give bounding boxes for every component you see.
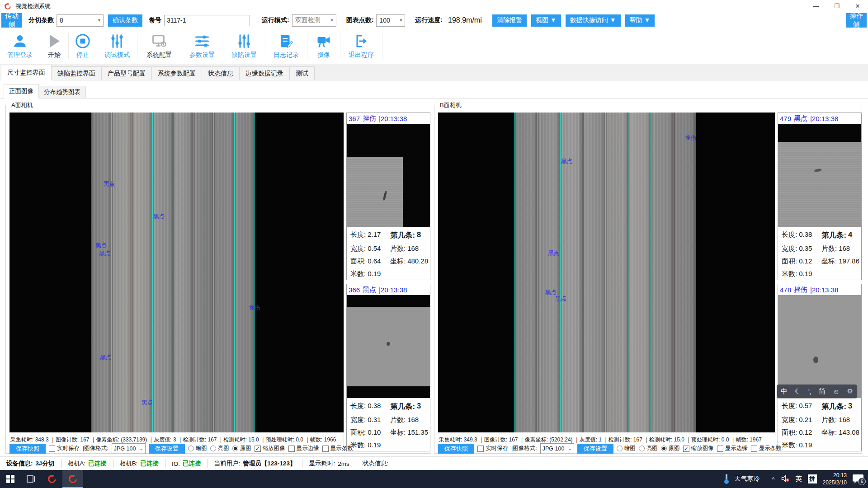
maximize-button[interactable]: ❐: [826, 0, 847, 12]
language-indicator[interactable]: 英: [796, 475, 802, 483]
camera-a-controls: 保存快照 实时保存 |图像格式: JPG 100 ⌄ 保存设置 暗图 亮图 原图: [9, 443, 353, 454]
ime-chinese-mode[interactable]: 中: [781, 387, 788, 396]
subtab-front-image[interactable]: 正面图像: [4, 84, 39, 99]
show-edge-checkbox[interactable]: 显示边缘: [717, 445, 748, 452]
original-image-radio[interactable]: 原图: [661, 445, 680, 452]
thermometer-icon[interactable]: [724, 474, 729, 484]
realtime-save-checkbox[interactable]: 实时保存: [477, 445, 508, 452]
operator-side-button[interactable]: 操作侧: [846, 13, 867, 28]
save-settings-button[interactable]: 保存设置: [577, 444, 613, 454]
dark-image-radio[interactable]: 暗图: [188, 445, 207, 452]
realtime-save-checkbox[interactable]: 实时保存: [49, 445, 80, 452]
bright-image-radio[interactable]: 亮图: [210, 445, 229, 452]
run-mode-select[interactable]: 双面检测 ▼: [292, 14, 336, 27]
data-quick-access-menu-button[interactable]: 数据快捷访问 ▼: [566, 14, 621, 27]
defect-id: 367: [349, 115, 360, 122]
defect-card[interactable]: 366 黑点 |20:13:38 长度:0.38 第几条:3 宽度:0.31 片…: [346, 284, 430, 451]
close-button[interactable]: ✕: [847, 0, 868, 12]
image-format-select[interactable]: JPG 100 ⌄: [540, 443, 574, 454]
window-controls: — ❐ ✕: [806, 0, 868, 12]
ime-punctuation-mode[interactable]: ’,: [808, 388, 812, 395]
parameter-settings-button[interactable]: 参数设置: [181, 28, 223, 64]
view-menu-button[interactable]: 视图 ▼: [531, 14, 561, 27]
help-menu-button[interactable]: 帮助 ▼: [625, 14, 655, 27]
system-config-button[interactable]: 系统配置: [137, 28, 181, 64]
zoom-image-checkbox[interactable]: ✓ 缩放图像: [255, 445, 285, 452]
taskbar: 天气寒冷 ^ 英 拼 20:13 2025/2/10 6: [0, 470, 868, 488]
show-edge-checkbox[interactable]: 显示边缘: [288, 445, 319, 452]
defect-marker: 黑点: [142, 399, 153, 407]
defect-settings-button[interactable]: 缺陷设置: [223, 28, 265, 64]
gear-icon[interactable]: ⚙: [847, 387, 853, 395]
save-snapshot-button[interactable]: 保存快照: [438, 444, 474, 454]
defect-card[interactable]: 478 挫伤 |20:13:38 长度:0.57 第几条:3 宽度:0.21 片…: [778, 284, 862, 451]
tab-test[interactable]: 测试: [289, 66, 315, 80]
main-tab-strip: 尺寸监控界面 缺陷监控界面 产品型号配置 系统参数配置 状态信息 边缘数据记录 …: [0, 64, 868, 80]
notification-count-badge: 6: [858, 478, 866, 485]
tab-defect-monitor[interactable]: 缺陷监控界面: [51, 66, 102, 80]
original-image-radio[interactable]: 原图: [232, 445, 251, 452]
camera-record-button[interactable]: 摄像: [307, 28, 340, 64]
exit-program-button[interactable]: 退出程序: [340, 28, 382, 64]
zoom-image-checkbox[interactable]: ✓ 缩放图像: [683, 445, 714, 452]
tab-size-monitor[interactable]: 尺寸监控界面: [1, 65, 52, 80]
camera-a-title: A面相机: [9, 101, 35, 109]
defect-time: |20:13:38: [379, 286, 407, 294]
show-strip-count-checkbox[interactable]: 显示条数: [322, 445, 353, 452]
tab-system-parameter-config[interactable]: 系统参数配置: [151, 66, 202, 80]
admin-login-button[interactable]: 管理登录: [0, 28, 40, 64]
camera-b-connection: 相机B: 已连接: [113, 459, 165, 468]
minimize-button[interactable]: —: [806, 0, 826, 12]
notification-center-button[interactable]: 6: [853, 474, 863, 483]
tab-product-model-config[interactable]: 产品型号配置: [101, 66, 152, 80]
run-mode-label: 运行模式:: [262, 16, 289, 24]
dark-image-radio[interactable]: 暗图: [617, 445, 636, 452]
bright-image-radio[interactable]: 亮图: [639, 445, 658, 452]
radio-icon: [661, 446, 667, 451]
ime-pinyin-badge[interactable]: 拼: [808, 474, 817, 483]
defect-card[interactable]: 367 挫伤 |20:13:38 长度:2.17 第几条:8 宽度:0.54 片…: [346, 113, 430, 280]
chart-points-select[interactable]: 100 ▼: [376, 14, 405, 27]
ime-simplified-mode[interactable]: 简: [819, 387, 826, 396]
tab-status-info[interactable]: 状态信息: [202, 66, 240, 80]
taskbar-clock[interactable]: 20:13 2025/2/10: [823, 472, 847, 486]
clock-date: 2025/2/10: [823, 479, 847, 486]
task-view-button[interactable]: [21, 470, 42, 488]
pinned-app-button[interactable]: [42, 470, 62, 488]
checkbox-icon: [322, 446, 329, 452]
save-settings-button[interactable]: 保存设置: [149, 444, 185, 454]
stop-button[interactable]: 停止: [69, 28, 97, 64]
defect-time: |20:13:38: [379, 115, 407, 122]
smiley-icon[interactable]: ☺: [833, 388, 840, 395]
running-app-button[interactable]: [62, 470, 83, 488]
defect-id: 478: [780, 286, 791, 294]
show-strip-count-checkbox[interactable]: 显示条数: [751, 445, 782, 452]
current-user: 当前用户: 管理员【123-123】: [208, 459, 303, 468]
connection-status: 已连接: [88, 460, 107, 468]
start-button[interactable]: 开始: [40, 28, 68, 64]
defect-marker: 黑点: [153, 213, 165, 221]
divider: [775, 113, 775, 451]
speaker-muted-icon[interactable]: [781, 474, 790, 484]
confirm-count-button[interactable]: 确认条数: [108, 14, 142, 27]
clear-alarm-button[interactable]: 清除报警: [492, 14, 527, 27]
play-icon: [46, 33, 62, 49]
log-record-button[interactable]: 日志记录: [265, 28, 307, 64]
moon-icon[interactable]: ☾: [795, 387, 801, 395]
image-format-select[interactable]: JPG 100 ⌄: [112, 443, 146, 454]
save-snapshot-button[interactable]: 保存快照: [9, 444, 46, 454]
defect-card[interactable]: 479 黑点 |20:13:38 长度:0.38 第几条:4 宽度:0.35 片…: [778, 113, 862, 280]
checkbox-icon: ✓: [683, 446, 689, 452]
start-button[interactable]: [0, 470, 21, 488]
defect-stats: 长度:0.38 第几条:3 宽度:0.31 片数:168 面积:0.10 坐标:…: [347, 398, 430, 450]
subtab-distribution-trend-chart[interactable]: 分布趋势图表: [38, 86, 86, 98]
debug-mode-button[interactable]: 调试模式: [97, 28, 137, 64]
connection-status: 已连接: [183, 460, 201, 468]
roll-number-input[interactable]: [164, 15, 250, 26]
drive-side-button[interactable]: 传动侧: [1, 13, 22, 28]
hidden-icons-chevron[interactable]: ^: [772, 476, 775, 483]
slit-count-select[interactable]: 8 ▼: [57, 14, 104, 27]
weather-text[interactable]: 天气寒冷: [735, 475, 760, 483]
defect-marker: 黑点: [95, 242, 107, 249]
tab-edge-data-record[interactable]: 边缘数据记录: [239, 66, 290, 80]
